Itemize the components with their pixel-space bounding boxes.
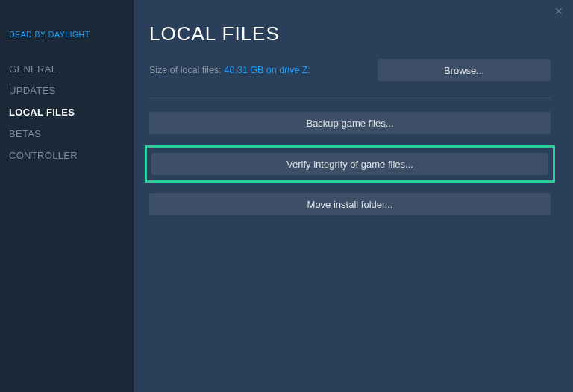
backup-row: Backup game files... xyxy=(149,112,551,134)
move-button[interactable]: Move install folder... xyxy=(149,193,551,215)
page-title: LOCAL FILES xyxy=(149,22,551,45)
backup-button[interactable]: Backup game files... xyxy=(149,112,551,134)
game-title: DEAD BY DAYLIGHT xyxy=(9,30,125,39)
browse-button[interactable]: Browse... xyxy=(378,59,551,81)
move-row: Move install folder... xyxy=(149,193,551,215)
nav-item-betas[interactable]: BETAS xyxy=(9,123,125,145)
size-label: Size of local files: xyxy=(149,65,222,75)
divider xyxy=(149,98,551,98)
sidebar: DEAD BY DAYLIGHT GENERAL UPDATES LOCAL F… xyxy=(0,0,134,392)
size-value: 40.31 GB on drive Z: xyxy=(225,65,310,75)
nav-item-updates[interactable]: UPDATES xyxy=(9,80,125,101)
nav-item-general[interactable]: GENERAL xyxy=(9,58,125,80)
close-icon: ✕ xyxy=(554,5,563,17)
size-row: Size of local files: 40.31 GB on drive Z… xyxy=(149,59,551,81)
close-button[interactable]: ✕ xyxy=(552,4,566,18)
nav-list: GENERAL UPDATES LOCAL FILES BETAS CONTRO… xyxy=(9,58,125,166)
nav-item-controller[interactable]: CONTROLLER xyxy=(9,145,125,166)
nav-item-local-files[interactable]: LOCAL FILES xyxy=(9,101,125,123)
verify-button[interactable]: Verify integrity of game files... xyxy=(151,153,548,175)
verify-highlight: Verify integrity of game files... xyxy=(145,145,555,183)
main-panel: ✕ LOCAL FILES Size of local files: 40.31… xyxy=(134,0,573,392)
